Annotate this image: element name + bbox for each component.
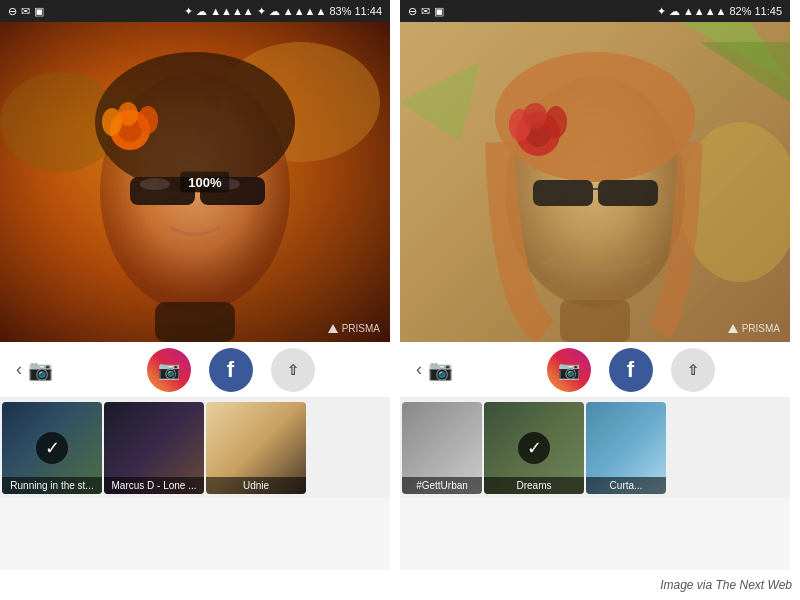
share-icon-right: ⇧ [687,362,699,378]
filter-item-udnie[interactable]: Udnie [206,402,306,494]
back-arrow-left[interactable]: ‹ [16,359,22,380]
camera-button-left[interactable]: 📷 [28,358,53,382]
status-time-left: 11:44 [354,5,382,17]
filter-item-getturban[interactable]: #GettUrban [402,402,482,494]
facebook-icon-right: f [627,357,634,383]
instagram-icon-right: 📷 [558,359,580,381]
status-icon-grid-r: ▣ [434,5,444,18]
filter-label-dreams: Dreams [484,477,584,494]
status-icon-grid: ▣ [34,5,44,18]
filter-label-curtain: Curta... [586,477,666,494]
filter-item-running[interactable]: ✓ Running in the st... [2,402,102,494]
action-bar-right: ‹ 📷 📷 f ⇧ [400,342,790,398]
attribution-text: Image via The Next Web [660,578,792,592]
photo-area-left: 100% PRISMA [0,22,390,342]
prisma-triangle-icon-r [728,324,738,333]
check-icon-running: ✓ [36,432,68,464]
svg-point-30 [523,103,547,129]
phone-panel-right: ⊖ ✉ ▣ ✦ ☁ ▲▲▲▲ 82% 11:45 [400,0,790,570]
facebook-icon-left: f [227,357,234,383]
prisma-watermark-right: PRISMA [728,323,780,334]
svg-point-8 [140,178,170,190]
phone-panel-left: ⊖ ✉ ▣ ✦ ☁ ▲▲▲▲ ✦ ☁ ▲▲▲▲ 83% 11:44 [0,0,390,570]
svg-rect-15 [155,302,235,342]
percent-badge: 100% [180,172,229,193]
status-icons-right-r: ✦ ☁ ▲▲▲▲ [657,5,727,18]
filter-item-curtain[interactable]: Curta... [586,402,666,494]
prisma-label-left: PRISMA [342,323,380,334]
prisma-watermark-left: PRISMA [328,323,380,334]
status-left-icons: ⊖ ✉ ▣ [8,5,44,18]
svg-point-13 [138,106,158,134]
photo-area-right: PRISMA [400,22,790,342]
back-button-left[interactable]: ‹ 📷 [16,358,53,382]
check-icon-dreams: ✓ [518,432,550,464]
svg-point-14 [118,102,138,126]
status-right-info: ✦ ☁ ▲▲▲▲ ✦ ☁ ▲▲▲▲ 83% 11:44 [184,5,382,18]
share-button-right[interactable]: ⇧ [671,348,715,392]
action-bar-left: ‹ 📷 📷 f ⇧ [0,342,390,398]
svg-rect-23 [533,180,593,206]
prisma-label-right: PRISMA [742,323,780,334]
status-bar-left: ⊖ ✉ ▣ ✦ ☁ ▲▲▲▲ ✦ ☁ ▲▲▲▲ 83% 11:44 [0,0,390,22]
svg-rect-24 [598,180,658,206]
status-right-info-r: ✦ ☁ ▲▲▲▲ 82% 11:45 [657,5,782,18]
status-icon-mail: ✉ [21,5,30,18]
svg-point-29 [545,106,567,138]
back-arrow-right[interactable]: ‹ [416,359,422,380]
status-icons-right: ✦ ☁ ▲▲▲▲ [184,5,254,18]
status-battery: ✦ ☁ ▲▲▲▲ 83% [257,5,352,18]
filter-label-marcus: Marcus D - Lone ... [104,477,204,494]
share-button-left[interactable]: ⇧ [271,348,315,392]
svg-rect-31 [560,300,630,342]
facebook-button-right[interactable]: f [609,348,653,392]
status-battery-r: 82% [729,5,751,17]
prisma-triangle-icon [328,324,338,333]
instagram-button-left[interactable]: 📷 [147,348,191,392]
status-left-icons-right: ⊖ ✉ ▣ [408,5,444,18]
camera-button-right[interactable]: 📷 [428,358,453,382]
filter-label-udnie: Udnie [206,477,306,494]
instagram-icon-left: 📷 [158,359,180,381]
status-bar-right: ⊖ ✉ ▣ ✦ ☁ ▲▲▲▲ 82% 11:45 [400,0,790,22]
back-button-right[interactable]: ‹ 📷 [416,358,453,382]
share-icon-left: ⇧ [287,362,299,378]
filter-label-getturban: #GettUrban [402,477,482,494]
instagram-button-right[interactable]: 📷 [547,348,591,392]
status-icon-circle: ⊖ [8,5,17,18]
filter-item-marcus[interactable]: Marcus D - Lone ... [104,402,204,494]
status-time-right: 11:45 [754,5,782,17]
filter-item-dreams[interactable]: ✓ Dreams [484,402,584,494]
status-icon-mail-r: ✉ [421,5,430,18]
filter-strip-left: ✓ Running in the st... Marcus D - Lone .… [0,398,390,498]
filter-label-running: Running in the st... [2,477,102,494]
status-icon-circle-r: ⊖ [408,5,417,18]
facebook-button-left[interactable]: f [209,348,253,392]
filter-strip-right: #GettUrban ✓ Dreams Curta... [400,398,790,498]
